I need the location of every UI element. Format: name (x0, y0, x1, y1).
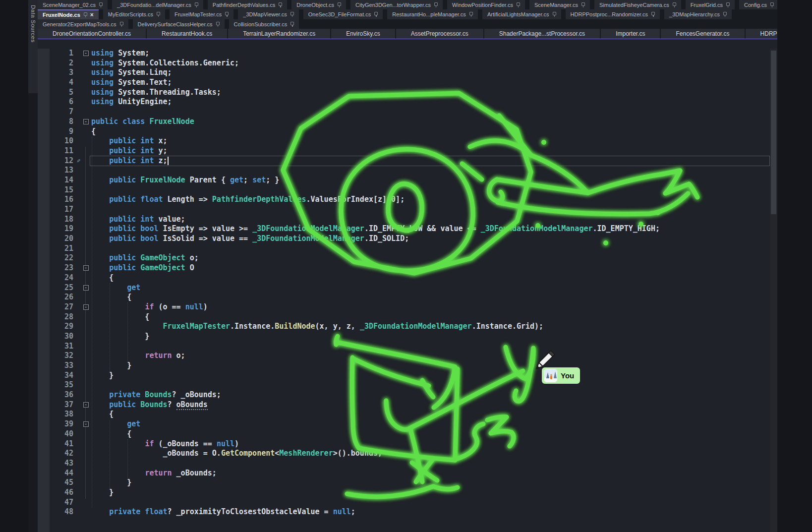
editor-tab[interactable]: FruxelMapTester.cs (170, 9, 233, 19)
editor-tab[interactable]: SimulatedFisheyeCamera.cs (594, 0, 681, 9)
code-line[interactable]: 45 } (38, 478, 770, 488)
collapse-icon[interactable]: - (83, 285, 89, 291)
collapse-icon[interactable]: - (83, 402, 89, 408)
pin-icon[interactable] (225, 11, 229, 17)
fold-gutter[interactable]: - (80, 302, 91, 312)
editor-tab[interactable]: DroneObject.cs (291, 0, 346, 9)
code-line[interactable]: 48 private float? _proximityToClosestObs… (38, 507, 770, 517)
code-line[interactable]: 35 (38, 380, 770, 390)
code-line[interactable]: 40 { (38, 429, 770, 439)
code-line[interactable]: 29 FruxelMapTester.Instance.BuildNode(x,… (38, 322, 770, 332)
editor-tab[interactable]: EnviroSky.cs (331, 29, 395, 39)
editor-tab[interactable]: MyEditorScripts.cs (103, 9, 165, 19)
editor-tab[interactable]: Config.cs (739, 0, 777, 9)
collapse-icon[interactable]: - (83, 51, 89, 56)
pin-icon[interactable] (83, 12, 87, 18)
editor-tab[interactable]: SceneManager_02.cs (38, 0, 108, 9)
fold-gutter[interactable]: - (80, 283, 91, 293)
editor-tab[interactable]: FencesGenerator.cs (661, 29, 744, 39)
code-line[interactable]: 46 } (38, 488, 770, 498)
code-line[interactable]: 36 private Bounds? _oBounds; (38, 390, 770, 400)
code-line[interactable]: 6using UnityEngine; (38, 97, 770, 107)
code-line[interactable]: 15 (38, 185, 770, 195)
code-line[interactable]: 34 } (38, 371, 770, 381)
editor-tab[interactable]: FruxelNode.cs× (38, 9, 99, 19)
code-line[interactable]: 44 return _oBounds; (38, 469, 770, 478)
code-line[interactable]: 19 public bool IsEmpty => value >= _3DFo… (38, 224, 770, 234)
code-line[interactable]: 42 _oBounds = O.GetComponent<MeshRendere… (38, 449, 770, 459)
collapse-icon[interactable]: - (83, 421, 89, 427)
editor-tab[interactable]: AssetPreprocessor.cs (396, 29, 483, 39)
editor-tab[interactable]: _3DMapViewer.cs (238, 9, 298, 19)
code-line[interactable]: 43 (38, 459, 770, 469)
editor-tab[interactable]: PathfinderDepthValues.cs (208, 0, 287, 9)
code-line[interactable]: 3using System.Linq; (38, 68, 770, 78)
editor-tab[interactable]: FruxelGrid.cs (686, 0, 735, 9)
fold-gutter[interactable]: - (80, 263, 91, 273)
collapse-icon[interactable]: - (83, 304, 89, 310)
pin-icon[interactable] (156, 11, 160, 17)
code-line[interactable]: 22 public GameObject o; (38, 253, 770, 263)
collapse-icon[interactable]: - (83, 265, 89, 271)
pin-icon[interactable] (337, 2, 341, 8)
vertical-scrollbar[interactable] (770, 49, 777, 532)
pin-icon[interactable] (552, 11, 556, 17)
scrollbar-thumb[interactable] (771, 51, 776, 214)
code-line[interactable]: 27- if (o == null) (38, 302, 770, 312)
fold-gutter[interactable]: - (80, 117, 91, 127)
code-line[interactable]: 37- public Bounds? oBounds (38, 400, 770, 410)
code-line[interactable]: 17 (38, 205, 770, 215)
editor-tab[interactable]: CityGen3DGen...torWrapper.cs (350, 0, 443, 9)
pin-icon[interactable] (290, 11, 294, 17)
pin-icon[interactable] (434, 2, 438, 8)
pin-icon[interactable] (194, 2, 198, 8)
close-icon[interactable]: × (90, 12, 94, 18)
code-line[interactable]: 13 (38, 166, 770, 176)
editor-tab[interactable]: TerrainLayerRandomizer.cs (228, 29, 330, 39)
code-line[interactable]: 20 public bool IsSolid => value == _3DFo… (38, 234, 770, 244)
editor-tab[interactable]: _3DFoundatio...delManager.cs (112, 0, 203, 9)
code-line[interactable]: 41 if (_oBounds == null) (38, 439, 770, 449)
editor-tab[interactable]: SceneManager.cs (529, 0, 590, 9)
pin-icon[interactable] (374, 11, 378, 17)
code-line[interactable]: 16 public float Length => PathfinderDept… (38, 195, 770, 205)
editor-tab[interactable]: _3DMapHierarchy.cs (664, 9, 732, 19)
code-line[interactable]: 28 { (38, 312, 770, 322)
pin-icon[interactable] (290, 21, 294, 27)
code-editor[interactable]: 1-using System;2using System.Collections… (38, 39, 777, 532)
code-line[interactable]: 33 } (38, 361, 770, 371)
code-line[interactable]: 38 { (38, 410, 770, 419)
editor-tab[interactable]: ArtificialLightsManager.cs (482, 9, 561, 19)
editor-tab[interactable]: CollisionSubscriber.cs (229, 19, 299, 29)
code-line[interactable]: 26 { (38, 293, 770, 302)
code-line[interactable]: 32 return o; (38, 351, 770, 361)
code-line[interactable]: 4using System.Text; (38, 78, 770, 88)
editor-tab[interactable]: HDRPPostproce...izerEditor.cs (746, 29, 777, 39)
pin-icon[interactable] (516, 2, 520, 8)
code-line[interactable]: 11 public int y; (38, 146, 770, 156)
code-line[interactable]: 25- get (38, 283, 770, 293)
code-line[interactable]: 47 (38, 498, 770, 508)
code-line[interactable]: 21 (38, 244, 770, 254)
editor-tab[interactable]: OneSec3D_FileFormat.cs (303, 9, 383, 19)
sidebar-tab-data-sources[interactable]: Data Sources (28, 0, 38, 93)
pin-icon[interactable] (726, 2, 730, 8)
code-line[interactable]: 39- get (38, 419, 770, 429)
code-line[interactable]: 2using System.Collections.Generic; (38, 59, 770, 68)
pin-icon[interactable] (278, 2, 282, 8)
fold-gutter[interactable]: - (80, 49, 91, 59)
fold-gutter[interactable]: - (80, 419, 91, 429)
pin-icon[interactable] (581, 2, 585, 8)
code-line[interactable]: 14 public FruxelNode Parent { get; set; … (38, 176, 770, 185)
code-line[interactable]: 10 public int x; (38, 136, 770, 146)
pin-icon[interactable] (99, 2, 103, 8)
editor-tab[interactable]: WindowPositionFinder.cs (447, 0, 525, 9)
editor-tab[interactable]: HDRPPostproc...Randomizer.cs (566, 9, 660, 19)
code-line[interactable]: 7 (38, 107, 770, 117)
code-line[interactable]: 9{ (38, 127, 770, 137)
code-line[interactable]: 5using System.Threading.Tasks; (38, 88, 770, 98)
editor-tab[interactable]: Importer.cs (601, 29, 660, 39)
pin-icon[interactable] (723, 11, 727, 17)
pin-icon[interactable] (216, 21, 220, 27)
code-line[interactable]: 30 } (38, 332, 770, 342)
